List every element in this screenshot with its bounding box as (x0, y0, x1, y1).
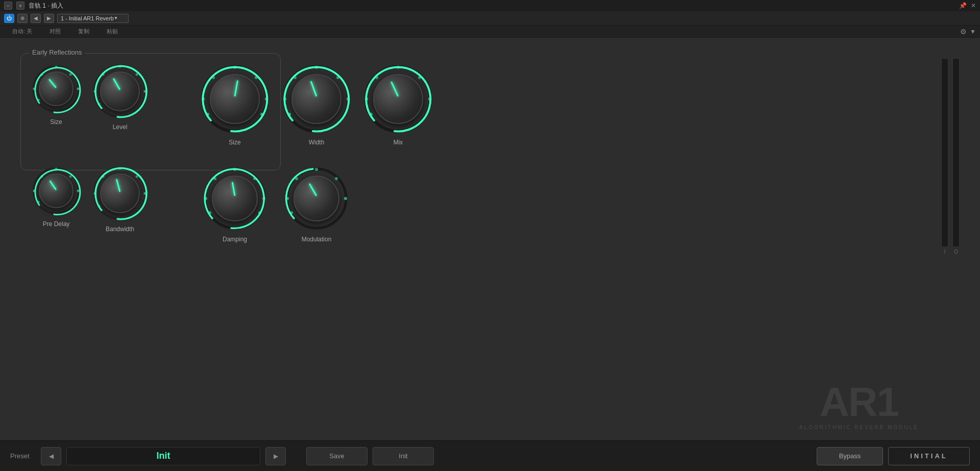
svg-point-55 (253, 177, 256, 180)
close-button[interactable]: ✕ (971, 2, 976, 9)
next-preset-button[interactable]: ▶ (265, 447, 286, 465)
modulation-knob-body[interactable] (293, 176, 339, 221)
svg-point-27 (336, 76, 339, 79)
svg-point-54 (213, 177, 216, 180)
svg-point-45 (94, 192, 96, 195)
monitor-button[interactable]: ⊕ (17, 14, 28, 23)
predelay-knob-container: Pre Delay (26, 165, 87, 243)
er-size-knob-container: Size (26, 63, 87, 146)
meter-tracks (941, 58, 960, 247)
next-button[interactable]: ▶ (44, 14, 54, 23)
svg-point-20 (206, 113, 209, 116)
svg-point-6 (37, 99, 40, 102)
width-indicator (310, 81, 317, 96)
svg-point-44 (119, 167, 121, 170)
expand-icon[interactable]: ▼ (970, 28, 976, 35)
bandwidth-indicator (116, 179, 121, 192)
predelay-indicator (49, 180, 57, 190)
rev-size-knob-body[interactable] (210, 74, 260, 124)
svg-point-8 (119, 65, 121, 68)
modulation-knob[interactable] (283, 165, 350, 232)
svg-point-39 (77, 190, 80, 192)
rev-size-knob-container: Size (194, 63, 276, 146)
width-knob[interactable] (281, 63, 352, 135)
svg-point-53 (262, 197, 265, 200)
svg-point-49 (98, 205, 101, 208)
svg-point-2 (33, 88, 36, 90)
mix-knob-body[interactable] (373, 74, 423, 124)
damping-indicator (232, 182, 236, 196)
damping-knob[interactable] (202, 165, 268, 232)
svg-point-19 (255, 76, 258, 79)
right-meter-label: O (952, 249, 960, 255)
bandwidth-knob-container: Bandwidth (87, 165, 153, 243)
prev-preset-button[interactable]: ◀ (41, 447, 61, 465)
bandwidth-label: Bandwidth (106, 226, 134, 233)
er-size-knob[interactable] (31, 63, 82, 114)
preset-name-display[interactable]: Init (66, 447, 260, 465)
brand-logo: INITIAL (888, 447, 970, 465)
dropdown-arrow-icon: ▼ (114, 16, 118, 20)
pin-icon[interactable]: 📌 (959, 2, 967, 9)
left-meter-label: I (941, 249, 948, 255)
copy-button[interactable]: 复制 (70, 27, 97, 36)
modulation-label: Modulation (302, 236, 332, 243)
svg-point-11 (102, 73, 105, 76)
mix-knob[interactable] (362, 63, 434, 135)
svg-point-5 (69, 73, 72, 76)
bypass-button[interactable]: Bypass (817, 447, 883, 465)
svg-point-64 (290, 211, 293, 214)
er-level-knob-body[interactable] (100, 71, 140, 111)
gear-icon[interactable]: ⚙ (960, 28, 967, 36)
svg-point-46 (144, 192, 146, 195)
early-reflections-label: Early Reflections (29, 48, 85, 56)
damping-knob-body[interactable] (212, 176, 258, 221)
svg-point-40 (41, 176, 43, 178)
bandwidth-knob[interactable] (92, 165, 148, 221)
mix-knob-container: Mix (357, 63, 439, 146)
svg-point-12 (136, 73, 138, 76)
er-size-indicator (48, 79, 57, 88)
main-layout: Early Reflections (10, 48, 970, 435)
width-knob-container: Width (276, 63, 357, 146)
er-size-knob-body[interactable] (39, 71, 74, 106)
svg-point-48 (136, 176, 138, 178)
row1-knobs: Size (26, 63, 439, 146)
prev-button[interactable]: ◀ (31, 14, 41, 23)
minus-button[interactable]: − (4, 2, 12, 10)
mix-indicator (390, 81, 399, 96)
svg-point-21 (260, 113, 263, 116)
auto-off-button[interactable]: 自动: 关 (4, 27, 40, 36)
svg-point-32 (428, 97, 431, 101)
damping-knob-container: Damping (194, 165, 276, 243)
compare-button[interactable]: 对照 (41, 27, 69, 36)
predelay-knob[interactable] (31, 165, 82, 216)
er-size-label: Size (50, 118, 62, 126)
ar1-logo-area: AR1 ALGORITHMIC REVERB MODULE (799, 382, 919, 430)
svg-point-52 (204, 197, 207, 200)
bandwidth-knob-body[interactable] (100, 173, 140, 213)
plus-button[interactable]: + (16, 2, 24, 10)
er-level-indicator (113, 78, 121, 90)
paste-button[interactable]: 粘贴 (99, 27, 126, 36)
save-button[interactable]: Save (306, 447, 368, 465)
width-knob-body[interactable] (291, 74, 341, 124)
top-bar: − + 音轨 1 · 插入 📌 ✕ (0, 0, 980, 11)
init-button[interactable]: Init (373, 447, 434, 465)
power-button[interactable]: ⏻ (4, 14, 14, 23)
er-level-knob[interactable] (92, 63, 148, 119)
svg-point-56 (208, 211, 211, 214)
meter-labels: I O (941, 249, 960, 255)
plugin-name-display[interactable]: 1 - Initial AR1 Reverb ▼ (57, 14, 129, 23)
damping-label: Damping (223, 236, 247, 243)
predelay-label: Pre Delay (43, 220, 70, 228)
predelay-knob-body[interactable] (39, 173, 74, 208)
output-meters: I O (941, 58, 960, 255)
rev-size-knob[interactable] (199, 63, 271, 135)
svg-point-30 (397, 66, 400, 69)
width-label: Width (309, 139, 325, 146)
window-title: 音轨 1 · 插入 (29, 2, 63, 10)
svg-point-25 (347, 97, 350, 101)
svg-point-17 (265, 97, 268, 101)
modulation-knob-container: Modulation (276, 165, 357, 243)
